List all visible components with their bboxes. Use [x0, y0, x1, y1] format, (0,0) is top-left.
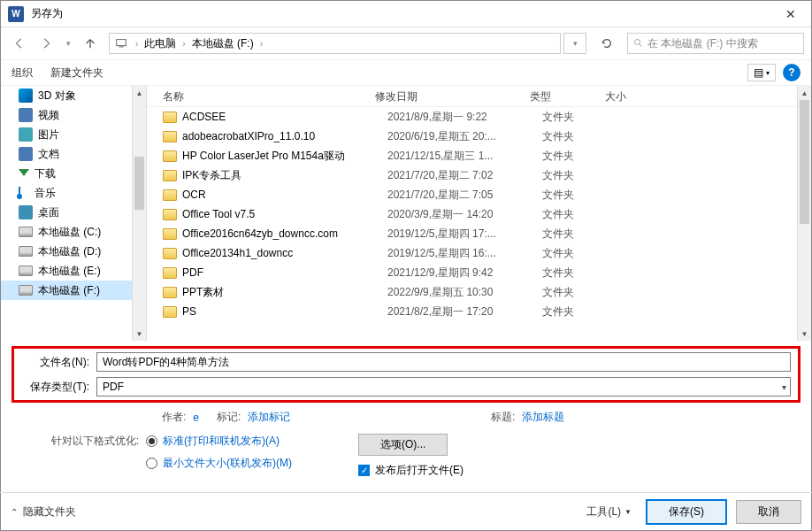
svg-rect-1 [119, 47, 123, 48]
file-row[interactable]: ACDSEE2021/8/9,星期一 9:22文件夹 [147, 107, 811, 127]
ic-video-icon [19, 108, 33, 122]
file-date: 2022/9/9,星期五 10:30 [387, 285, 542, 300]
file-row[interactable]: Office Tool v7.52020/3/9,星期一 14:20文件夹 [147, 204, 811, 224]
history-dropdown[interactable]: ▾ [61, 32, 75, 55]
author-label: 作者: [162, 410, 186, 425]
breadcrumb-segment[interactable]: 本地磁盘 (F:) [188, 36, 257, 51]
refresh-button[interactable] [595, 32, 618, 55]
file-date: 2021/7/20,星期二 7:05 [387, 188, 542, 203]
breadcrumb-segment[interactable]: 此电脑 [141, 36, 180, 51]
column-size[interactable]: 大小 [598, 86, 669, 106]
file-row[interactable]: PPT素材2022/9/9,星期五 10:30文件夹 [147, 282, 811, 302]
scroll-down-icon[interactable]: ▼ [798, 327, 811, 341]
folder-icon [163, 248, 177, 259]
up-button[interactable] [79, 32, 102, 55]
file-row[interactable]: PS2021/8/2,星期一 17:20文件夹 [147, 302, 811, 321]
scroll-down-icon[interactable]: ▼ [133, 327, 146, 341]
sidebar-item[interactable]: 视频 [1, 105, 146, 125]
scroll-up-icon[interactable]: ▲ [133, 86, 146, 100]
folder-icon [163, 228, 177, 240]
file-type: 文件夹 [542, 188, 617, 203]
help-button[interactable]: ? [783, 64, 801, 81]
hide-folders-button[interactable]: ⌃ 隐藏文件夹 [11, 504, 76, 519]
highlight-box: 文件名(N): 保存类型(T): PDF ▾ [11, 346, 801, 403]
addr-dropdown[interactable]: ▾ [563, 33, 586, 54]
search-input[interactable]: 在 本地磁盘 (F:) 中搜索 [627, 33, 804, 54]
folder-icon [163, 170, 177, 181]
file-name: PDF [182, 266, 387, 279]
scroll-up-icon[interactable]: ▲ [798, 86, 811, 100]
column-name[interactable]: 名称 [147, 86, 368, 106]
main-area: 3D 对象视频图片文档下载音乐桌面本地磁盘 (C:)本地磁盘 (D:)本地磁盘 … [1, 86, 811, 341]
savetype-combo[interactable]: PDF ▾ [96, 377, 791, 396]
sidebar-item[interactable]: 本地磁盘 (D:) [1, 242, 146, 261]
open-after-checkbox[interactable]: 发布后打开文件(E) [358, 463, 463, 478]
window-title: 另存为 [31, 6, 770, 21]
radio-minimum[interactable]: 最小文件大小(联机发布)(M) [146, 456, 305, 471]
sidebar-item[interactable]: 3D 对象 [1, 86, 146, 105]
address-bar[interactable]: › 此电脑 › 本地磁盘 (F:) › [109, 33, 561, 54]
new-folder-button[interactable]: 新建文件夹 [50, 65, 103, 81]
file-row[interactable]: PDF2021/12/9,星期四 9:42文件夹 [147, 263, 811, 282]
file-name: PPT素材 [182, 285, 387, 300]
tags-value[interactable]: 添加标记 [248, 410, 290, 425]
column-date[interactable]: 修改日期 [368, 86, 523, 106]
ic-drive-icon [19, 227, 33, 237]
radio-standard[interactable]: 标准(打印和联机发布)(A) [146, 434, 305, 449]
radio-icon [146, 458, 157, 469]
file-row[interactable]: adobeacrobatXIPro_11.0.102020/6/19,星期五 2… [147, 127, 811, 146]
ic-3d-icon [19, 88, 33, 103]
scroll-thumb[interactable] [800, 100, 809, 224]
ic-desk-icon [19, 205, 33, 219]
sidebar-item[interactable]: 下载 [1, 164, 146, 183]
file-type: 文件夹 [542, 207, 617, 222]
chevron-right-icon: › [180, 39, 188, 49]
file-name: PS [182, 305, 387, 318]
back-button[interactable] [8, 32, 31, 55]
file-row[interactable]: OCR2021/7/20,星期二 7:05文件夹 [147, 185, 811, 204]
options-button[interactable]: 选项(O)... [358, 434, 448, 456]
close-button[interactable]: ✕ [770, 1, 811, 27]
sidebar-item-label: 图片 [38, 127, 59, 142]
sidebar-item-label: 本地磁盘 (E:) [38, 264, 101, 279]
sidebar-item[interactable]: 音乐 [1, 183, 146, 203]
search-placeholder: 在 本地磁盘 (F:) 中搜索 [647, 36, 758, 51]
sidebar-item[interactable]: 桌面 [1, 203, 146, 222]
sidebar-item-label: 下载 [34, 166, 56, 181]
column-type[interactable]: 类型 [523, 86, 598, 106]
filelist-scrollbar[interactable]: ▲ ▼ [797, 86, 811, 341]
filename-input[interactable] [96, 352, 791, 372]
ic-doc-icon [19, 147, 33, 161]
title-value[interactable]: 添加标题 [522, 410, 564, 425]
ic-drive-icon [19, 246, 33, 257]
chevron-down-icon: ▾ [782, 382, 786, 392]
sidebar-item[interactable]: 本地磁盘 (E:) [1, 261, 146, 281]
sidebar-item[interactable]: 本地磁盘 (C:) [1, 222, 146, 242]
file-row[interactable]: IPK专杀工具2021/7/20,星期二 7:02文件夹 [147, 165, 811, 185]
tools-menu[interactable]: 工具(L) ▼ [581, 504, 637, 519]
radio-min-label: 最小文件大小(联机发布)(M) [163, 456, 292, 471]
sidebar-item[interactable]: 文档 [1, 144, 146, 164]
sidebar-item[interactable]: 本地磁盘 (F:) [1, 281, 146, 300]
search-icon [633, 38, 644, 49]
view-mode-button[interactable]: ▤▾ [747, 64, 776, 81]
cancel-button[interactable]: 取消 [736, 500, 801, 524]
sidebar-scrollbar[interactable]: ▲ ▼ [132, 86, 146, 341]
save-button[interactable]: 保存(S) [646, 499, 727, 525]
sidebar-item-label: 3D 对象 [38, 88, 76, 104]
file-row[interactable]: HP Color LaserJet Pro M154a驱动2021/12/15,… [147, 146, 811, 165]
file-type: 文件夹 [542, 168, 617, 183]
author-value[interactable]: e [193, 412, 199, 424]
file-row[interactable]: Office2016cn64zyb_downcc.com2019/12/5,星期… [147, 224, 811, 243]
file-date: 2021/12/9,星期四 9:42 [387, 266, 542, 281]
file-name: Office2016cn64zyb_downcc.com [182, 227, 387, 240]
scroll-thumb[interactable] [134, 157, 144, 210]
file-row[interactable]: Office20134h1_downcc2019/12/5,星期四 16:...… [147, 243, 811, 263]
organize-menu[interactable]: 组织 [11, 65, 33, 81]
forward-button[interactable] [34, 32, 57, 55]
file-name: Office Tool v7.5 [182, 208, 387, 220]
sidebar-item[interactable]: 图片 [1, 125, 146, 144]
sidebar-item-label: 桌面 [38, 205, 59, 220]
svg-point-2 [635, 40, 640, 45]
navbar: ▾ › 此电脑 › 本地磁盘 (F:) › ▾ 在 本地磁盘 (F:) 中搜索 [1, 27, 811, 59]
